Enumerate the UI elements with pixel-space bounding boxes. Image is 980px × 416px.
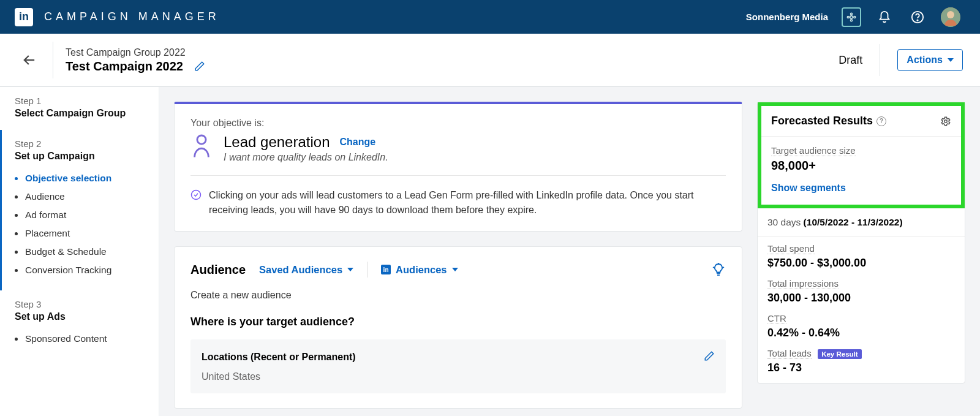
objective-card: Your objective is: Lead generation Chang… [174, 102, 742, 232]
campaign-group-name: Test Campaign Group 2022 [66, 47, 839, 58]
linkedin-logo-icon[interactable]: in [15, 8, 33, 26]
account-name[interactable]: Sonnenberg Media [746, 12, 828, 22]
ctr-value: 0.42% - 0.64% [767, 327, 955, 339]
page-subheader: Test Campaign Group 2022 Test Campaign 2… [0, 34, 980, 87]
account-switcher-icon[interactable] [842, 7, 861, 27]
actions-label: Actions [907, 55, 943, 66]
step-3-number: Step 3 [15, 299, 144, 309]
substep-objective-selection[interactable]: Objective selection [15, 169, 144, 187]
app-title: CAMPAIGN MANAGER [44, 10, 220, 23]
step-1-block[interactable]: Step 1 Select Campaign Group [0, 87, 159, 130]
objective-value: Lead generation [224, 134, 330, 151]
user-avatar[interactable] [941, 7, 960, 27]
substep-audience[interactable]: Audience [15, 187, 144, 206]
actions-dropdown-button[interactable]: Actions [897, 49, 963, 71]
total-impressions-value: 30,000 - 130,000 [767, 292, 955, 304]
svg-point-9 [197, 135, 206, 144]
checkmark-icon [190, 189, 202, 217]
locations-label: Locations (Recent or Permanent) [202, 352, 356, 363]
svg-point-3 [847, 16, 849, 18]
step-3-name: Set up Ads [15, 311, 144, 322]
substep-placement[interactable]: Placement [15, 224, 144, 243]
forecast-title: Forecasted Results [771, 115, 873, 127]
step-3-block[interactable]: Step 3 Set up Ads Sponsored Content [0, 290, 159, 359]
campaign-status: Draft [839, 54, 862, 67]
forecast-settings-gear-icon[interactable] [940, 116, 951, 127]
svg-point-4 [854, 16, 856, 18]
saved-audiences-dropdown[interactable]: Saved Audiences [259, 264, 353, 276]
objective-intro: Your objective is: [190, 118, 726, 129]
create-audience-text: Create a new audience [190, 290, 726, 301]
forecast-help-icon[interactable]: ? [876, 116, 886, 126]
audiences-dropdown[interactable]: in Audiences [381, 264, 458, 276]
total-spend-label: Total spend [767, 243, 815, 254]
steps-sidebar: Step 1 Select Campaign Group Step 2 Set … [0, 87, 159, 416]
step-2-block: Step 2 Set up Campaign Objective selecti… [0, 130, 159, 290]
total-spend-value: $750.00 - $3,000.00 [767, 257, 955, 270]
step-1-name: Select Campaign Group [15, 108, 144, 119]
forecasted-results-panel: Forecasted Results ? Target audience siz… [757, 102, 965, 384]
top-navbar: in CAMPAIGN MANAGER Sonnenberg Media [0, 0, 980, 34]
locations-value: United States [202, 371, 715, 382]
substep-ad-format[interactable]: Ad format [15, 206, 144, 224]
svg-point-2 [851, 19, 853, 21]
total-impressions-label: Total impressions [767, 278, 839, 289]
lightbulb-tip-icon[interactable] [711, 262, 726, 277]
step-2-number: Step 2 [15, 138, 144, 149]
total-leads-value: 16 - 73 [767, 361, 955, 374]
svg-point-6 [917, 20, 918, 20]
audience-card: Audience Saved Audiences in Audiences Cr… [174, 246, 742, 409]
back-arrow-icon[interactable] [17, 48, 42, 72]
edit-name-pencil-icon[interactable] [193, 59, 206, 73]
chevron-down-icon [948, 58, 954, 62]
campaign-name: Test Campaign 2022 [66, 59, 183, 74]
svg-point-11 [944, 119, 948, 123]
forecast-date-range: 30 days (10/5/2022 - 11/3/2022) [758, 208, 965, 237]
total-leads-label: Total leads [767, 348, 812, 359]
svg-point-1 [851, 13, 853, 15]
chevron-down-icon [452, 268, 458, 271]
key-result-badge: Key Result [818, 349, 861, 359]
notifications-bell-icon[interactable] [875, 7, 894, 27]
change-objective-link[interactable]: Change [339, 137, 375, 148]
objective-description: I want more quality leads on LinkedIn. [224, 152, 388, 163]
objective-info-text: Clicking on your ads will lead customers… [209, 188, 726, 217]
target-audience-value: 98,000+ [771, 159, 951, 173]
forecast-highlight-box: Forecasted Results ? Target audience siz… [758, 102, 965, 208]
step-2-name: Set up Campaign [15, 151, 144, 162]
substep-budget-schedule[interactable]: Budget & Schedule [15, 243, 144, 261]
svg-point-0 [850, 15, 853, 18]
linkedin-small-icon: in [381, 265, 391, 274]
svg-point-10 [192, 191, 201, 200]
chevron-down-icon [347, 268, 353, 271]
person-icon [190, 134, 213, 158]
substep-conversion-tracking[interactable]: Conversion Tracking [15, 261, 144, 279]
audience-title: Audience [190, 263, 246, 277]
substep-sponsored-content[interactable]: Sponsored Content [15, 330, 144, 348]
target-audience-label: Target audience size [771, 145, 856, 156]
locations-box: Locations (Recent or Permanent) United S… [190, 339, 726, 393]
help-icon[interactable] [908, 7, 927, 27]
edit-locations-pencil-icon[interactable] [704, 350, 715, 364]
show-segments-link[interactable]: Show segments [761, 183, 856, 196]
svg-point-8 [947, 11, 954, 18]
step-1-number: Step 1 [15, 96, 144, 106]
audience-question: Where is your target audience? [190, 316, 726, 328]
ctr-label: CTR [767, 313, 786, 324]
